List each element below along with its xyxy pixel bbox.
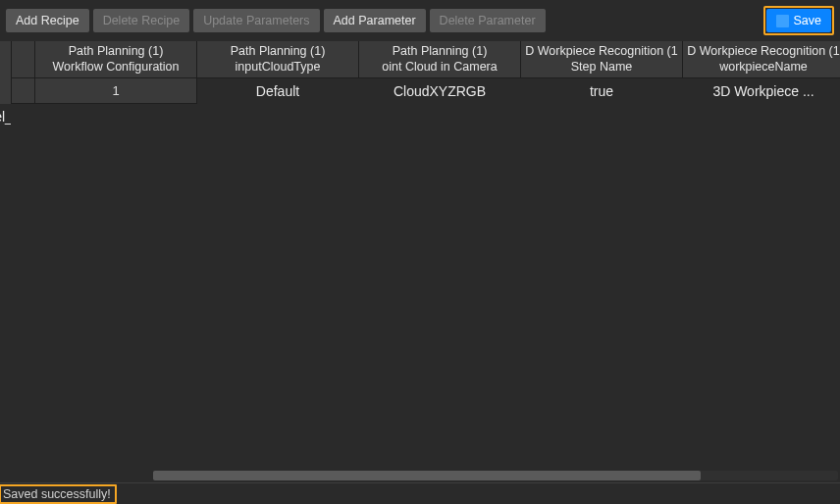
delete-parameter-button[interactable]: Delete Parameter xyxy=(430,9,546,32)
hscroll-track xyxy=(153,471,838,480)
col-head-line1: Path Planning (1) xyxy=(69,44,164,60)
cell-0-2[interactable]: true xyxy=(521,78,683,104)
col-head-line2: Workflow Configuration xyxy=(53,60,180,76)
col-head-1[interactable]: Path Planning (1) inputCloudType xyxy=(197,41,359,78)
col-head-2[interactable]: Path Planning (1) oint Cloud in Camera xyxy=(359,41,521,78)
col-head-line2: inputCloudType xyxy=(236,60,321,76)
save-button[interactable]: Save xyxy=(766,9,832,32)
cell-0-4[interactable]: model_edge xyxy=(0,104,12,129)
add-recipe-button[interactable]: Add Recipe xyxy=(6,9,89,32)
status-bar: Saved successfully! xyxy=(0,482,840,504)
cell-0-1[interactable]: CloudXYZRGB xyxy=(359,78,521,104)
save-highlight: Save xyxy=(763,6,835,35)
col-head-line2: Step Name xyxy=(571,60,633,76)
hscroll-thumb[interactable] xyxy=(153,471,701,480)
grid-left-strip-row xyxy=(12,78,35,104)
update-parameters-button[interactable]: Update Parameters xyxy=(193,9,319,32)
col-head-0[interactable]: Path Planning (1) Workflow Configuration xyxy=(35,41,197,78)
grid-left-strip xyxy=(0,41,12,104)
col-head-line2: oint Cloud in Camera xyxy=(382,60,497,76)
save-icon xyxy=(776,15,789,27)
row-head-1[interactable]: 1 xyxy=(35,78,197,104)
table-area: Path Planning (1) Workflow Configuration… xyxy=(0,41,840,482)
toolbar: Add Recipe Delete Recipe Update Paramete… xyxy=(0,0,840,41)
horizontal-scrollbar[interactable] xyxy=(0,469,840,482)
status-message-highlight: Saved successfully! xyxy=(0,484,117,504)
col-head-3[interactable]: D Workpiece Recognition (1 Step Name xyxy=(521,41,683,78)
col-head-line1: Path Planning (1) xyxy=(231,44,326,60)
app-root: Add Recipe Delete Recipe Update Paramete… xyxy=(0,0,840,504)
col-head-line1: Path Planning (1) xyxy=(393,44,488,60)
add-parameter-button[interactable]: Add Parameter xyxy=(324,9,426,32)
col-head-line1: D Workpiece Recognition (1 xyxy=(687,44,839,60)
status-message: Saved successfully! xyxy=(3,487,111,501)
col-head-4[interactable]: D Workpiece Recognition (1 workpieceName xyxy=(683,41,840,78)
cell-0-0[interactable]: Default xyxy=(197,78,359,104)
col-head-line2: workpieceName xyxy=(719,60,808,76)
parameter-grid[interactable]: Path Planning (1) Workflow Configuration… xyxy=(0,41,840,469)
grid-corner xyxy=(12,41,35,78)
delete-recipe-button[interactable]: Delete Recipe xyxy=(93,9,190,32)
col-head-line1: D Workpiece Recognition (1 xyxy=(525,44,677,60)
save-button-label: Save xyxy=(794,14,822,27)
cell-0-3[interactable]: 3D Workpiece ... xyxy=(683,78,840,104)
